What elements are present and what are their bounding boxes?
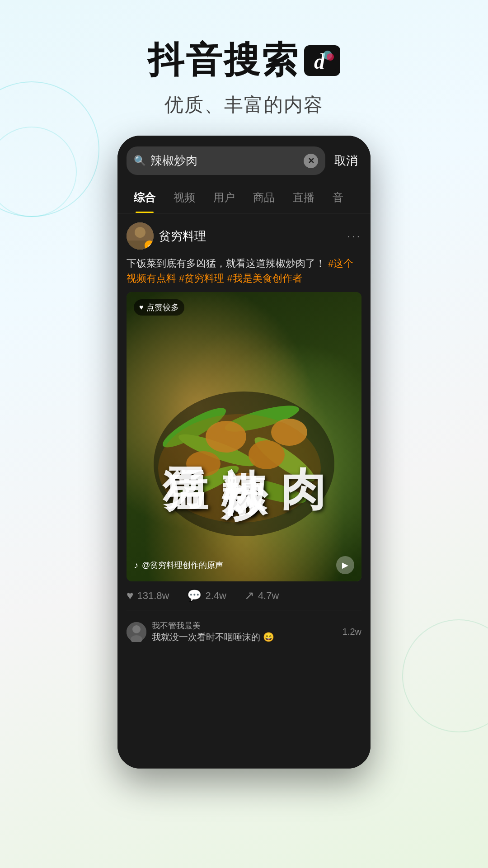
bg-decoration-3 xyxy=(402,619,488,732)
verified-badge: ✓ xyxy=(145,241,154,250)
post-main-text: 下饭菜到底有多凶猛，就看这道辣椒炒肉了！ xyxy=(127,258,325,269)
video-source-text: @贫穷料理创作的原声 xyxy=(142,560,223,571)
like-count: 131.8w xyxy=(137,590,169,602)
app-title-text: 抖音搜索 xyxy=(148,36,300,85)
tab-audio[interactable]: 音 xyxy=(324,182,352,213)
video-text-overlay: 勇猛 辣椒炒 肉 xyxy=(127,292,361,581)
tiktok-logo-icon: d xyxy=(304,45,340,76)
search-clear-button[interactable]: ✕ xyxy=(304,154,318,168)
comment-count: 2.4w xyxy=(205,590,226,602)
post-header: ✓ 贫穷料理 ··· xyxy=(127,222,361,250)
search-query: 辣椒炒肉 xyxy=(150,153,299,169)
comment-action[interactable]: 💬 2.4w xyxy=(187,589,226,603)
share-icon: ↗ xyxy=(244,589,254,603)
username[interactable]: 贫穷料理 xyxy=(159,228,206,244)
share-count: 4.7w xyxy=(258,590,279,602)
post-text: 下饭菜到底有多凶猛，就看这道辣椒炒肉了！ #这个视频有点料 #贫穷料理 #我是美… xyxy=(127,256,361,286)
svg-point-5 xyxy=(135,227,145,238)
search-bar[interactable]: 🔍 辣椒炒肉 ✕ xyxy=(127,146,325,175)
play-button[interactable]: ▶ xyxy=(336,556,354,574)
video-footer: ♪ @贫穷料理创作的原声 ▶ xyxy=(134,556,354,574)
calligraphy-text-3: 肉 xyxy=(278,431,328,442)
tab-comprehensive[interactable]: 综合 xyxy=(125,182,164,213)
heart-icon: ♥ xyxy=(139,303,144,311)
like-action[interactable]: ♥ 131.8w xyxy=(127,589,169,603)
header-section: 抖音搜索 d 优质、丰富的内容 xyxy=(0,0,488,118)
commenter-name: 我不管我最美 xyxy=(152,620,337,631)
tabs-container: 综合 视频 用户 商品 直播 音 xyxy=(117,182,371,213)
search-icon: 🔍 xyxy=(134,155,146,167)
tiktok-icon-small: ♪ xyxy=(134,560,138,571)
video-badge: ♥ 点赞较多 xyxy=(134,299,184,316)
tab-video[interactable]: 视频 xyxy=(164,182,204,213)
tab-product[interactable]: 商品 xyxy=(244,182,284,213)
phone-frame: 🔍 辣椒炒肉 ✕ 取消 综合 视频 用户 商品 xyxy=(117,136,371,769)
comment-item: 我不管我最美 我就没一次看时不咽唾沫的 😄 1.2w xyxy=(127,617,361,647)
commenter-avatar xyxy=(127,622,146,642)
comment-like-count: 1.2w xyxy=(343,627,361,637)
app-title-container: 抖音搜索 d xyxy=(0,36,488,85)
tab-live[interactable]: 直播 xyxy=(284,182,324,213)
calligraphy-text-1: 勇猛 xyxy=(160,431,210,442)
phone-mockup: 🔍 辣椒炒肉 ✕ 取消 综合 视频 用户 商品 xyxy=(117,136,371,841)
calligraphy-text-2: 辣椒炒 xyxy=(219,431,269,442)
app-subtitle: 优质、丰富的内容 xyxy=(0,92,488,118)
video-source: ♪ @贫穷料理创作的原声 xyxy=(134,560,223,571)
svg-point-22 xyxy=(132,625,141,633)
content-area: ✓ 贫穷料理 ··· 下饭菜到底有多凶猛，就看这道辣椒炒肉了！ #这个视频有点料… xyxy=(117,213,371,769)
cancel-button[interactable]: 取消 xyxy=(331,153,361,169)
video-badge-text: 点赞较多 xyxy=(146,302,179,313)
video-thumbnail[interactable]: ♥ 点赞较多 勇猛 辣椒炒 肉 ♪ xyxy=(127,292,361,581)
post-user-info: ✓ 贫穷料理 xyxy=(127,222,206,250)
avatar: ✓ xyxy=(127,222,154,250)
like-icon: ♥ xyxy=(127,589,133,603)
phone-screen: 🔍 辣椒炒肉 ✕ 取消 综合 视频 用户 商品 xyxy=(117,136,371,769)
comment-icon: 💬 xyxy=(187,589,202,603)
svg-point-3 xyxy=(327,53,334,61)
comment-preview: 我不管我最美 我就没一次看时不咽唾沫的 😄 1.2w xyxy=(127,610,361,653)
post-actions: ♥ 131.8w 💬 2.4w ↗ 4.7w xyxy=(127,581,361,610)
comment-text: 我就没一次看时不咽唾沫的 😄 xyxy=(152,631,337,643)
share-action[interactable]: ↗ 4.7w xyxy=(244,589,279,603)
tab-user[interactable]: 用户 xyxy=(204,182,244,213)
more-options-button[interactable]: ··· xyxy=(347,229,361,243)
search-bar-container: 🔍 辣椒炒肉 ✕ 取消 xyxy=(117,136,371,182)
comment-content: 我不管我最美 我就没一次看时不咽唾沫的 😄 xyxy=(152,620,337,643)
